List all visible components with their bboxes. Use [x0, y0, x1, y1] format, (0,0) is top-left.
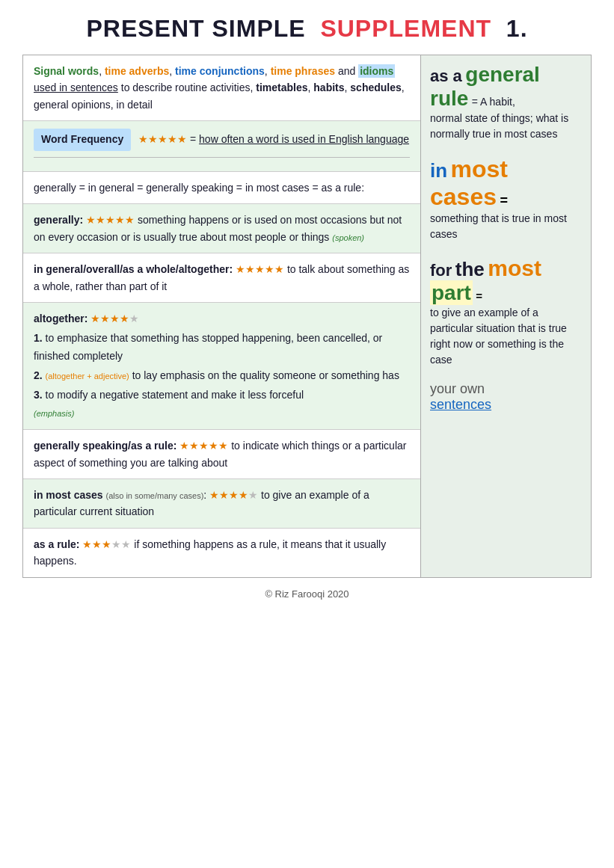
page-title: PRESENT SIMPLE SUPPLEMENT 1.: [22, 15, 592, 43]
left-column: Signal words, time adverbs, time conjunc…: [23, 55, 421, 578]
section-as-a-rule: as a rule: ★★★★★ if something happens as…: [23, 529, 420, 577]
altogether-bold: altogether:: [34, 313, 88, 324]
in-general-bold: in general/overall/as a whole/altogether…: [34, 263, 233, 275]
altogether-item3-text: to modify a negative statement and make …: [46, 389, 304, 401]
altogether-stars: ★★★★: [90, 313, 129, 324]
right-rule: rule = A habit,: [430, 87, 582, 111]
generally-stars: ★★★★★: [86, 214, 138, 226]
section-in-general: in general/overall/as a whole/altogether…: [23, 253, 420, 303]
right-column: as a general rule = A habit, normal stat…: [421, 55, 592, 578]
footer: © Riz Farooqi 2020: [22, 588, 592, 600]
word-frequency-box: Word Frequency: [34, 129, 131, 151]
in-most-cases-stars: ★★★★: [209, 489, 248, 501]
gen-speaking-bold: generally speaking/as a rule:: [34, 440, 176, 452]
title-supplement: SUPPLEMENT: [320, 15, 491, 42]
divider: [34, 157, 410, 158]
in-most-cases-bold: in most cases: [34, 489, 103, 501]
title-num: 1.: [506, 15, 528, 42]
right-as-a: as a general: [430, 63, 582, 87]
section-altogether: altogether: ★★★★★ 1. to emphasize that s…: [23, 303, 420, 430]
right-cases-body: something that is true in most cases: [430, 211, 582, 242]
content-table: Signal words, time adverbs, time conjunc…: [22, 55, 592, 578]
frequency-stars: ★★★★★: [138, 133, 187, 145]
in-most-cases-colon: :: [203, 489, 206, 501]
altogether-item3-num: 3.: [34, 389, 46, 401]
in-general-stars: ★★★★★: [236, 263, 284, 275]
generally-bold: generally:: [34, 214, 83, 226]
as-a-rule-stars: ★★★: [82, 538, 111, 550]
right-part-body: to give an example of a particular situa…: [430, 305, 582, 368]
right-cases: cases =: [430, 183, 582, 211]
altogether-item2-note: (altogether + adjective): [46, 372, 129, 381]
section-generally-equals: generally = in general = generally speak…: [23, 172, 420, 204]
right-sentences: sentences: [430, 397, 582, 413]
word-frequency-label: Word Frequency: [41, 133, 123, 145]
gen-speaking-stars: ★★★★★: [179, 440, 231, 452]
time-phrases-text: time phrases: [271, 65, 335, 77]
right-section-in-most-cases: in most cases = something that is true i…: [430, 156, 582, 242]
section-signal-words: Signal words, time adverbs, time conjunc…: [23, 55, 420, 121]
generally-equals-text: generally = in general = generally speak…: [34, 182, 364, 194]
altogether-item1-text: to emphasize that something has stopped …: [34, 332, 382, 362]
altogether-item2-num: 2.: [34, 369, 46, 381]
right-part-row: part =: [430, 281, 582, 305]
right-for-the-most: for the most: [430, 256, 582, 281]
section-generally-speaking: generally speaking/as a rule: ★★★★★ to i…: [23, 430, 420, 479]
signal-words-text: Signal words: [34, 65, 99, 77]
title-main: PRESENT SIMPLE: [86, 15, 305, 42]
footer-text: © Riz Farooqi 2020: [265, 588, 349, 600]
altogether-item2-text: to lay emphasis on the quality someone o…: [132, 369, 399, 381]
right-rule-body: normal state of things; what is normally…: [430, 111, 582, 142]
emphasis-note: (emphasis): [34, 409, 74, 418]
right-section-general-rule: as a general rule = A habit, normal stat…: [430, 63, 582, 142]
time-conjunctions-text: time conjunctions: [175, 65, 265, 77]
idioms-text: idioms: [358, 64, 395, 78]
section-generally-detail: generally: ★★★★★ something happens or is…: [23, 204, 420, 253]
right-section-for-most-part: for the most part = to give an example o…: [430, 256, 582, 368]
section-word-frequency: Word Frequency ★★★★★ = how often a word …: [23, 121, 420, 172]
altogether-item1-num: 1.: [34, 332, 46, 344]
right-in-most: in most: [430, 156, 582, 183]
frequency-description: = how often a word is used in English la…: [190, 133, 409, 145]
time-adverbs-text: time adverbs: [105, 65, 169, 77]
section-in-most-cases: in most cases (also in some/many cases):…: [23, 479, 420, 529]
in-most-cases-also: (also in some/many cases): [106, 491, 204, 500]
right-section-your-sentences: your own sentences: [430, 381, 582, 413]
right-your-own: your own: [430, 381, 582, 397]
spoken-note: (spoken): [332, 233, 364, 242]
as-a-rule-bold: as a rule:: [34, 538, 79, 550]
